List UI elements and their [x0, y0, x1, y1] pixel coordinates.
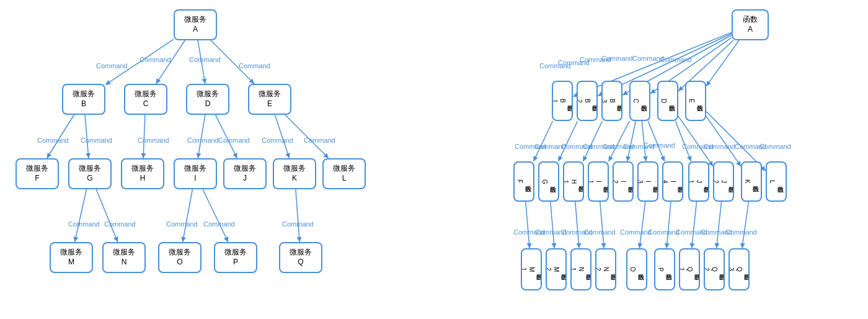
node-k: 函数K	[741, 161, 762, 202]
node-m2: 函数M2	[546, 248, 567, 290]
node-j: 微服务J	[223, 158, 267, 189]
edge-label: Command	[187, 137, 219, 144]
node-j2: 函数J2	[713, 161, 734, 202]
node-p: 微服务P	[214, 242, 257, 273]
edge-label: Command	[601, 55, 633, 62]
node-q: 微服务Q	[279, 242, 322, 273]
node-f: 微服务F	[16, 158, 59, 189]
edge-label: Command	[218, 137, 250, 144]
node-e: 微服务E	[248, 84, 291, 115]
node-m: 微服务M	[50, 242, 93, 273]
node-g: 函数G	[538, 161, 559, 202]
node-d: 微服务D	[186, 84, 229, 115]
node-b: 微服务B	[62, 84, 105, 115]
edge-label: Command	[239, 62, 270, 70]
edge-label: Command	[648, 228, 680, 236]
node-n: 微服务N	[102, 242, 146, 273]
edge-label: Command	[140, 56, 171, 63]
node-d: 函数D	[657, 81, 678, 121]
edge-label: Command	[37, 137, 69, 144]
node-q3: 函数Q3	[728, 248, 750, 290]
edge-label: Command	[304, 137, 335, 144]
diagram2-nodes: CommandCommandCommandCommandCommandComma…	[403, 0, 868, 319]
node-f: 函数F	[513, 161, 534, 202]
node-p: 函数P	[654, 248, 675, 290]
edge-label: Command	[620, 228, 652, 236]
edge-label: Command	[81, 137, 112, 144]
edge-label: Command	[704, 143, 735, 150]
edge-label: Command	[138, 137, 169, 144]
edge-label: Command	[725, 228, 757, 236]
node-k: 微服务K	[273, 158, 316, 189]
node-n2: 函数N2	[595, 248, 616, 290]
diagram2-function: CommandCommandCommandCommandCommandComma…	[403, 0, 868, 319]
node-b2: 函数B2	[577, 81, 598, 121]
node-i: 微服务I	[174, 158, 217, 189]
edge-label: Command	[760, 143, 791, 150]
node-n1: 函数N1	[570, 248, 591, 290]
node-i4: 函数I4	[662, 161, 683, 202]
main-container: CommandCommandCommandCommandCommandComma…	[0, 0, 868, 319]
node-h: 微服务H	[121, 158, 164, 189]
edge-label: Command	[262, 137, 293, 144]
edge-label: Command	[96, 62, 128, 70]
node-i3: 函数I3	[637, 161, 658, 202]
edge-label: Command	[644, 142, 675, 149]
node-b3: 函数B3	[601, 81, 622, 121]
edge-label: Command	[203, 220, 235, 228]
edge-label: Command	[632, 55, 664, 62]
node-h1: 函数H1	[563, 161, 584, 202]
node-j1: 函数J1	[688, 161, 709, 202]
edge-label: Command	[282, 220, 314, 228]
node-l: 微服务L	[322, 158, 366, 189]
edge-label: Command	[68, 220, 100, 228]
diagram1-nodes: CommandCommandCommandCommandCommandComma…	[0, 0, 403, 319]
node-e: 函数E	[685, 81, 706, 121]
edge-label: Command	[104, 220, 136, 228]
node-l: 函数L	[766, 161, 787, 202]
node-o: 函数O	[626, 248, 647, 290]
node-c: 微服务C	[124, 84, 167, 115]
node-a: 微服务A	[174, 9, 217, 40]
node-a: 函数A	[732, 9, 769, 40]
node-i2: 函数I2	[613, 161, 634, 202]
edge-label: Command	[166, 220, 198, 228]
node-c: 函数C	[629, 81, 650, 121]
node-m1: 函数M1	[521, 248, 542, 290]
edge-label: Command	[189, 56, 221, 63]
node-q1: 函数Q1	[679, 248, 700, 290]
edge-label: Command	[660, 56, 692, 63]
node-g: 微服务G	[68, 158, 112, 189]
edge-label: Command	[584, 228, 616, 236]
node-i1: 函数I1	[588, 161, 609, 202]
node-b1: 函数B1	[552, 81, 573, 121]
node-o: 微服务O	[158, 242, 202, 273]
node-q2: 函数Q2	[704, 248, 725, 290]
